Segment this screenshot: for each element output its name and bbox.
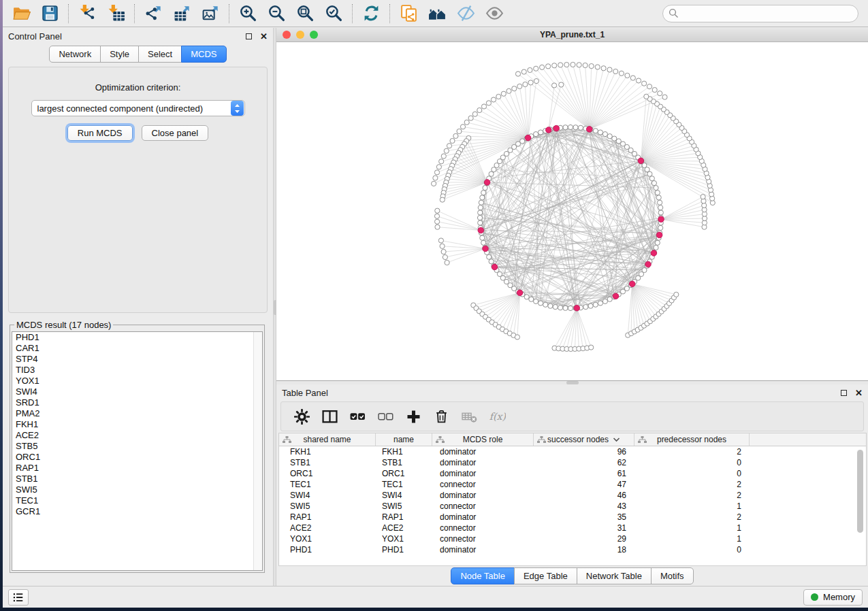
task-history-button[interactable] (8, 589, 29, 606)
mcds-result-item[interactable]: SWI5 (12, 484, 262, 495)
mcds-result-item[interactable]: SWI4 (12, 386, 262, 397)
mcds-result-item[interactable]: SRD1 (12, 397, 262, 408)
zoom-in-button[interactable] (234, 2, 262, 25)
mcds-result-item[interactable]: ORC1 (12, 452, 262, 463)
zoom-fit-button[interactable] (291, 2, 319, 25)
table-row[interactable]: PHD1PHD1dominator180 (279, 544, 866, 555)
cell: dominator (432, 512, 534, 523)
cell: SWI5 (279, 501, 376, 512)
column-header-shared-name[interactable]: shared name (279, 433, 376, 446)
close-panel-button[interactable]: Close panel (142, 125, 209, 141)
tab-network-table[interactable]: Network Table (577, 567, 652, 584)
delete-column-button[interactable] (433, 408, 450, 425)
open-session-button[interactable] (7, 2, 35, 25)
tab-edge-table[interactable]: Edge Table (514, 567, 577, 584)
export-table-button[interactable] (167, 2, 196, 25)
cell: ACE2 (376, 523, 432, 533)
tab-motifs[interactable]: Motifs (651, 567, 694, 584)
close-table-panel-icon[interactable]: ✕ (855, 390, 863, 396)
mcds-result-item[interactable]: PHD1 (12, 332, 262, 343)
table-row[interactable]: YOX1YOX1connector291 (279, 533, 866, 544)
refresh-network-button[interactable] (357, 2, 385, 25)
table-row[interactable]: FKH1FKH1dominator962 (279, 446, 866, 457)
cell: 1 (634, 523, 750, 533)
import-network-button[interactable] (73, 2, 101, 25)
table-row[interactable]: ACE2ACE2connector311 (279, 523, 866, 533)
column-header-name[interactable]: name (376, 433, 432, 446)
mcds-result-item[interactable]: PMA2 (12, 408, 262, 419)
select-all-checks-button[interactable] (349, 408, 366, 425)
toggle-columns-button[interactable] (321, 408, 338, 425)
mcds-result-item[interactable]: STP4 (12, 354, 262, 365)
mcds-result-item[interactable]: STB5 (12, 441, 262, 452)
mcds-result-item[interactable]: TID3 (12, 365, 262, 376)
close-panel-icon[interactable]: ✕ (260, 33, 268, 39)
duplicate-network-button[interactable] (394, 2, 423, 25)
mcds-result-item[interactable]: CAR1 (12, 343, 262, 354)
table-row[interactable]: SWI4SWI4dominator462 (279, 490, 866, 501)
export-image-button[interactable] (196, 2, 225, 25)
tab-select[interactable]: Select (138, 46, 182, 63)
mcds-result-item[interactable]: GCR1 (12, 506, 262, 517)
memory-button[interactable]: Memory (803, 589, 863, 606)
memory-label: Memory (823, 592, 855, 602)
cell: dominator (432, 490, 534, 501)
export-network-button[interactable] (139, 2, 167, 25)
mcds-result-item[interactable]: ACE2 (12, 430, 262, 441)
float-table-panel-icon[interactable] (841, 390, 847, 396)
mcds-result-item[interactable]: RAP1 (12, 463, 262, 474)
mcds-result-item[interactable]: STB1 (12, 474, 262, 484)
mcds-result-item[interactable]: TEC1 (12, 495, 262, 506)
column-header-successor-nodes[interactable]: successor nodes (534, 433, 634, 446)
add-column-icon (406, 409, 421, 425)
toggle-columns-icon (322, 409, 338, 425)
run-mcds-button[interactable]: Run MCDS (67, 125, 133, 141)
cell: FKH1 (376, 446, 432, 457)
hide-selected-button[interactable] (451, 2, 480, 25)
application-window: Control Panel ✕ NetworkStyleSelectMCDS O… (3, 0, 868, 608)
float-panel-icon[interactable] (246, 33, 252, 39)
refresh-network-icon (362, 4, 381, 22)
cell: 96 (534, 446, 634, 457)
import-table-button[interactable] (101, 2, 130, 25)
table-row[interactable]: SWI5SWI5connector431 (279, 501, 866, 512)
search-input[interactable] (662, 5, 858, 22)
network-view[interactable] (276, 42, 868, 380)
table-row[interactable]: ORC1ORC1dominator610 (279, 468, 866, 479)
mcds-list-scrollbar[interactable] (253, 332, 262, 570)
table-scrollbar-thumb[interactable] (857, 450, 863, 533)
table-settings-gear-button[interactable] (293, 408, 310, 425)
criterion-select[interactable]: largest connected component (undirected) (31, 100, 245, 116)
mcds-result-item[interactable]: FKH1 (12, 419, 262, 430)
table-row[interactable]: RAP1RAP1dominator352 (279, 512, 866, 523)
mcds-result-list[interactable]: PHD1CAR1STP4TID3YOX1SWI4SRD1PMA2FKH1ACE2… (12, 331, 263, 571)
tab-network[interactable]: Network (49, 46, 101, 63)
delete-table-button (461, 408, 478, 425)
tab-mcds[interactable]: MCDS (181, 46, 226, 63)
show-all-button[interactable] (480, 2, 509, 25)
column-header-MCDS-role[interactable]: MCDS role (432, 433, 534, 446)
deselect-all-checks-button[interactable] (377, 408, 394, 425)
zoom-out-button[interactable] (262, 2, 291, 25)
cell: 62 (534, 457, 634, 468)
table-row[interactable]: STB1STB1dominator620 (279, 457, 866, 468)
tab-style[interactable]: Style (100, 46, 139, 63)
column-header-predecessor-nodes[interactable]: predecessor nodes (634, 433, 750, 446)
table-header-row: shared namenameMCDS rolesuccessor nodesp… (279, 433, 866, 446)
table-row[interactable]: TEC1TEC1connector472 (279, 479, 866, 490)
status-bar: Memory (3, 586, 868, 608)
first-neighbors-button[interactable] (423, 2, 451, 25)
cell: dominator (432, 446, 534, 457)
zoom-selected-button[interactable] (319, 2, 348, 25)
cell: dominator (432, 457, 534, 468)
add-column-button[interactable] (405, 408, 422, 425)
save-session-button[interactable] (35, 2, 64, 25)
network-canvas-svg[interactable] (276, 42, 868, 380)
table-tab-bar: Node TableEdge TableNetwork TableMotifs (276, 566, 868, 586)
toolbar-separator (389, 4, 390, 23)
network-window-titlebar[interactable]: YPA_prune.txt_1 (276, 28, 868, 42)
tab-node-table[interactable]: Node Table (451, 567, 515, 584)
mcds-result-item[interactable]: YOX1 (12, 376, 262, 386)
table-source-icon (537, 436, 546, 446)
save-session-icon (41, 4, 59, 22)
